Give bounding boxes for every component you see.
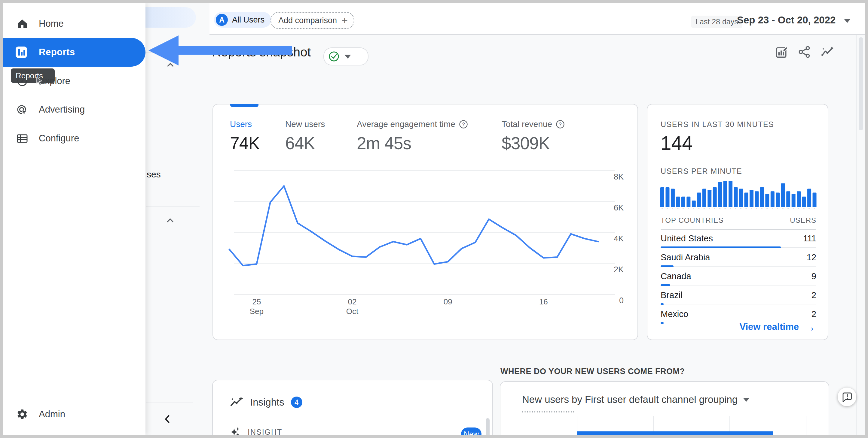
channel-chart-title-dropdown[interactable]: New users by First user default channel … xyxy=(522,394,750,405)
all-users-chip-label: All Users xyxy=(232,15,265,25)
country-row: Saudi Arabia12 xyxy=(661,249,816,268)
divider xyxy=(146,206,199,207)
divider xyxy=(661,266,816,267)
svg-text:0: 0 xyxy=(619,296,624,305)
collapse-section-chevron-up-icon[interactable] xyxy=(165,217,175,225)
divider xyxy=(146,403,193,403)
insights-title: Insights xyxy=(250,397,284,408)
feedback-button[interactable] xyxy=(838,388,856,406)
divider xyxy=(661,304,816,304)
insights-card: Insights 4 INSIGHT New xyxy=(212,380,493,438)
country-users: 2 xyxy=(811,309,816,319)
sidebar-item-advertising[interactable]: Advertising xyxy=(3,98,146,122)
report-nav-panel xyxy=(146,3,210,435)
metric-tab-users[interactable]: Users 74K xyxy=(230,120,259,153)
add-comparison-button[interactable]: Add comparison + xyxy=(271,12,354,29)
all-users-segment-chip[interactable]: A All Users xyxy=(214,12,271,28)
date-preset-label: Last 28 days xyxy=(691,15,742,28)
selected-metric-indicator xyxy=(230,104,258,107)
svg-text:09: 09 xyxy=(444,297,452,306)
sidebar-item-home[interactable]: Home xyxy=(3,12,146,36)
svg-text:Oct: Oct xyxy=(346,307,359,316)
gridline xyxy=(806,416,806,438)
country-name: Brazil xyxy=(661,290,683,300)
divider xyxy=(661,285,816,285)
sparkle-icon xyxy=(229,426,242,438)
page-scrollbar[interactable] xyxy=(856,35,866,435)
metric-label: New users xyxy=(285,120,325,129)
metric-value: 64K xyxy=(285,133,325,153)
svg-text:2K: 2K xyxy=(614,265,624,274)
add-comparison-label: Add comparison xyxy=(278,16,337,25)
metric-tab-new-users[interactable]: New users 64K xyxy=(285,120,325,153)
sidebar-item-reports[interactable]: Reports xyxy=(3,38,146,67)
sidebar-item-label: Advertising xyxy=(39,104,85,115)
insights-scrollbar[interactable] xyxy=(486,418,490,438)
chevron-down-icon xyxy=(743,398,750,402)
metric-tab-avg-engagement-time[interactable]: Average engagement time ? 2m 45s xyxy=(357,120,468,153)
country-users: 12 xyxy=(807,252,816,262)
gear-icon xyxy=(16,408,28,420)
metric-value: 2m 45s xyxy=(357,133,468,153)
svg-text:16: 16 xyxy=(539,297,548,306)
help-icon[interactable]: ? xyxy=(556,120,565,129)
country-row: Brazil2 xyxy=(661,287,816,306)
country-bar xyxy=(661,322,663,324)
sidebar-item-admin[interactable]: Admin xyxy=(3,402,146,426)
date-range-label: Sep 23 - Oct 20, 2022 xyxy=(737,14,836,26)
customize-report-icon[interactable] xyxy=(775,45,789,59)
svg-text:8K: 8K xyxy=(614,172,624,181)
chevron-down-icon xyxy=(844,19,850,23)
top-countries-table: TOP COUNTRIES USERS United States111Saud… xyxy=(661,216,816,325)
users-per-minute-bar-chart xyxy=(660,179,817,210)
svg-text:Sep: Sep xyxy=(250,307,264,316)
green-check-icon xyxy=(328,51,340,62)
metric-label: Total revenue ? xyxy=(502,120,565,129)
column-header-countries: TOP COUNTRIES xyxy=(661,216,723,225)
new-badge: New xyxy=(461,428,482,438)
metric-value: $309K xyxy=(502,133,565,153)
metric-label: Users xyxy=(230,120,259,129)
insights-sparkline-icon[interactable] xyxy=(820,45,834,59)
configure-icon xyxy=(16,132,28,144)
scrollbar-thumb[interactable] xyxy=(859,37,863,130)
sidebar-item-label: Home xyxy=(39,18,64,29)
country-bar xyxy=(661,284,670,286)
realtime-title: USERS IN LAST 30 MINUTES xyxy=(661,120,774,129)
metric-label: Average engagement time ? xyxy=(357,120,468,129)
country-users: 2 xyxy=(811,290,816,300)
feedback-icon xyxy=(842,392,852,402)
insights-sparkline-icon xyxy=(229,395,243,409)
report-status-dropdown[interactable] xyxy=(323,47,369,65)
country-row: United States111 xyxy=(661,230,816,249)
users-per-minute-label: USERS PER MINUTE xyxy=(661,167,742,176)
home-icon xyxy=(16,18,28,30)
svg-text:4K: 4K xyxy=(614,234,624,243)
mouse-cursor-icon xyxy=(35,77,44,86)
sidebar-item-configure[interactable]: Configure xyxy=(3,126,146,150)
reports-icon xyxy=(15,46,27,58)
segment-a-avatar: A xyxy=(216,14,228,26)
annotation-arrow xyxy=(147,34,292,67)
date-range-selector[interactable]: Sep 23 - Oct 20, 2022 xyxy=(737,14,850,26)
country-name: Canada xyxy=(661,271,691,281)
metric-tab-total-revenue[interactable]: Total revenue ? $309K xyxy=(502,120,565,153)
help-icon[interactable]: ? xyxy=(459,120,468,129)
svg-text:6K: 6K xyxy=(614,203,624,212)
channel-bar xyxy=(577,431,773,438)
share-icon[interactable] xyxy=(798,45,811,59)
country-name: Mexico xyxy=(661,309,688,319)
dotted-underline xyxy=(522,411,575,412)
realtime-card: USERS IN LAST 30 MINUTES 144 USERS PER M… xyxy=(647,104,828,340)
reports-tooltip: Reports xyxy=(11,68,55,83)
users-line-chart: 8K6K4K2K025Sep02Oct0916 xyxy=(228,166,649,319)
new-users-by-channel-card: New users by First user default channel … xyxy=(500,381,829,438)
ga4-reports-snapshot-screen: ses A All Users Add comparison + Last 28… xyxy=(0,0,868,438)
insights-count-badge: 4 xyxy=(291,397,302,408)
country-row: Canada9 xyxy=(661,268,816,287)
collapse-nav-chevron-left-icon[interactable] xyxy=(163,414,173,425)
realtime-users-value: 144 xyxy=(661,132,693,154)
view-realtime-link[interactable]: View realtime→ xyxy=(739,322,816,332)
column-header-users: USERS xyxy=(790,216,816,225)
sidebar-item-label: Configure xyxy=(39,133,79,144)
